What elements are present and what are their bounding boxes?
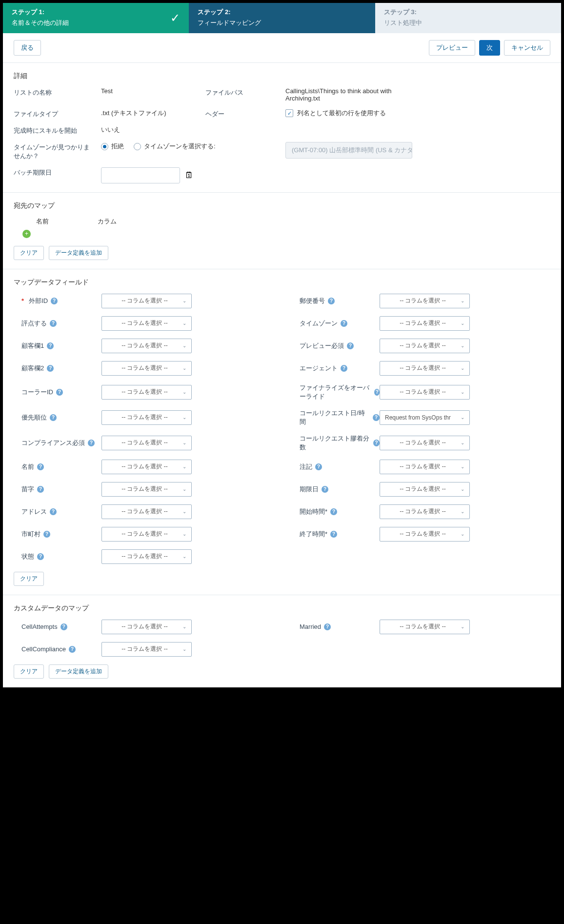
column-select[interactable]: -- コラムを選択 --⌄ bbox=[101, 504, 192, 519]
step-1[interactable]: ステップ 1: 名前＆その他の詳細 ✓ bbox=[3, 3, 189, 33]
step-2-subtitle: フィールドマッピング bbox=[198, 19, 366, 27]
list-name-label: リストの名称 bbox=[14, 87, 94, 97]
chevron-down-icon: ⌄ bbox=[182, 486, 186, 492]
map-row: 優先順位?-- コラムを選択 --⌄ bbox=[14, 409, 272, 426]
custom-add-def-button[interactable]: データ定義を追加 bbox=[49, 664, 108, 679]
map-fields-section: マップデータフィールド *外部ID?-- コラムを選択 --⌄郵便番号?-- コ… bbox=[3, 269, 561, 595]
step-3-title: ステップ 3: bbox=[384, 8, 552, 17]
cancel-button[interactable]: キャンセル bbox=[504, 40, 550, 56]
map-fields-title: マップデータフィールド bbox=[14, 278, 550, 287]
help-icon[interactable]: ? bbox=[322, 486, 328, 493]
help-icon[interactable]: ? bbox=[37, 463, 44, 470]
radio-select-tz[interactable] bbox=[134, 143, 141, 150]
help-icon[interactable]: ? bbox=[330, 531, 337, 538]
column-select[interactable]: -- コラムを選択 --⌄ bbox=[101, 482, 192, 497]
help-icon[interactable]: ? bbox=[324, 623, 331, 630]
column-select[interactable]: -- コラムを選択 --⌄ bbox=[101, 385, 192, 400]
column-select[interactable]: -- コラムを選択 --⌄ bbox=[380, 316, 470, 331]
help-icon[interactable]: ? bbox=[373, 414, 380, 421]
help-icon[interactable]: ? bbox=[51, 298, 58, 304]
column-select[interactable]: -- コラムを選択 --⌄ bbox=[101, 294, 192, 308]
help-icon[interactable]: ? bbox=[47, 365, 54, 372]
column-select[interactable]: -- コラムを選択 --⌄ bbox=[380, 527, 470, 542]
dest-add-def-button[interactable]: データ定義を追加 bbox=[49, 246, 108, 260]
help-icon[interactable]: ? bbox=[50, 320, 57, 327]
help-icon[interactable]: ? bbox=[56, 389, 63, 396]
column-select[interactable]: -- コラムを選択 --⌄ bbox=[101, 620, 192, 634]
details-section: 詳細 リストの名称 Test ファイルパス CallingLists\Thing… bbox=[3, 63, 561, 193]
column-select[interactable]: -- コラムを選択 --⌄ bbox=[101, 549, 192, 564]
column-select[interactable]: -- コラムを選択 --⌄ bbox=[101, 642, 192, 657]
add-destination-button[interactable]: + bbox=[22, 230, 31, 238]
help-icon[interactable]: ? bbox=[341, 320, 347, 327]
calendar-icon[interactable]: 🗓 bbox=[185, 170, 194, 181]
map-field-label: エージェント? bbox=[292, 364, 380, 373]
map-row: 郵便番号?-- コラムを選択 --⌄ bbox=[292, 294, 550, 308]
chevron-down-icon: ⌄ bbox=[182, 321, 186, 326]
wizard-steps: ステップ 1: 名前＆その他の詳細 ✓ ステップ 2: フィールドマッピング ス… bbox=[3, 3, 561, 33]
map-row: 顧客欄2?-- コラムを選択 --⌄ bbox=[14, 361, 272, 376]
batch-deadline-input[interactable] bbox=[101, 167, 180, 183]
help-icon[interactable]: ? bbox=[47, 342, 54, 349]
map-field-label: 郵便番号? bbox=[292, 297, 380, 305]
column-select[interactable]: -- コラムを選択 --⌄ bbox=[380, 294, 470, 308]
destination-map-title: 宛先のマップ bbox=[14, 201, 550, 210]
header-checkbox[interactable]: ✓ bbox=[285, 109, 293, 117]
column-select[interactable]: Request from SysOps thr⌄ bbox=[380, 410, 470, 425]
next-button[interactable]: 次 bbox=[479, 40, 500, 56]
column-select[interactable]: -- コラムを選択 --⌄ bbox=[101, 527, 192, 542]
help-icon[interactable]: ? bbox=[50, 508, 57, 515]
chevron-down-icon: ⌄ bbox=[461, 298, 464, 303]
column-select[interactable]: -- コラムを選択 --⌄ bbox=[380, 504, 470, 519]
chevron-down-icon: ⌄ bbox=[461, 464, 464, 469]
help-icon[interactable]: ? bbox=[69, 646, 76, 653]
map-field-label: プレビュー必須? bbox=[292, 341, 380, 350]
help-icon[interactable]: ? bbox=[37, 486, 44, 493]
step-1-title: ステップ 1: bbox=[12, 8, 180, 17]
column-select[interactable]: -- コラムを選択 --⌄ bbox=[380, 620, 470, 634]
help-icon[interactable]: ? bbox=[328, 298, 335, 304]
help-icon[interactable]: ? bbox=[330, 508, 337, 515]
step-2[interactable]: ステップ 2: フィールドマッピング bbox=[189, 3, 375, 33]
file-type-label: ファイルタイプ bbox=[14, 109, 94, 119]
help-icon[interactable]: ? bbox=[37, 553, 44, 560]
column-select[interactable]: -- コラムを選択 --⌄ bbox=[101, 339, 192, 353]
preview-button[interactable]: プレビュー bbox=[429, 40, 475, 56]
column-select[interactable]: -- コラムを選択 --⌄ bbox=[101, 410, 192, 425]
help-icon[interactable]: ? bbox=[374, 389, 380, 396]
map-field-label: 顧客欄1? bbox=[14, 341, 101, 350]
batch-deadline-label: バッチ期限日 bbox=[14, 167, 94, 177]
help-icon[interactable]: ? bbox=[315, 463, 322, 470]
column-select[interactable]: -- コラムを選択 --⌄ bbox=[101, 460, 192, 474]
column-select[interactable]: -- コラムを選択 --⌄ bbox=[380, 460, 470, 474]
tz-disabled-select: (GMT-07:00) 山岳部標準時間 (US & カナダ bbox=[285, 142, 412, 159]
help-icon[interactable]: ? bbox=[43, 531, 50, 538]
custom-clear-button[interactable]: クリア bbox=[14, 664, 44, 679]
help-icon[interactable]: ? bbox=[50, 414, 57, 421]
help-icon[interactable]: ? bbox=[347, 342, 354, 349]
help-icon[interactable]: ? bbox=[60, 623, 67, 630]
checkmark-icon: ✓ bbox=[170, 11, 180, 25]
map-row: タイムゾーン?-- コラムを選択 --⌄ bbox=[292, 316, 550, 331]
step-3[interactable]: ステップ 3: リスト処理中 bbox=[375, 3, 561, 33]
column-select[interactable]: -- コラムを選択 --⌄ bbox=[380, 385, 470, 400]
column-select[interactable]: -- コラムを選択 --⌄ bbox=[101, 361, 192, 376]
map-clear-button[interactable]: クリア bbox=[14, 572, 44, 586]
column-select[interactable]: -- コラムを選択 --⌄ bbox=[101, 436, 192, 450]
map-row: 注記?-- コラムを選択 --⌄ bbox=[292, 460, 550, 474]
chevron-down-icon: ⌄ bbox=[461, 486, 464, 492]
column-select[interactable]: -- コラムを選択 --⌄ bbox=[380, 339, 470, 353]
help-icon[interactable]: ? bbox=[88, 440, 95, 446]
radio-reject[interactable] bbox=[101, 143, 108, 150]
column-select[interactable]: -- コラムを選択 --⌄ bbox=[380, 436, 470, 450]
tz-missing-label: タイムゾーンが見つかりませんか？ bbox=[14, 142, 94, 161]
column-select[interactable]: -- コラムを選択 --⌄ bbox=[380, 361, 470, 376]
dest-clear-button[interactable]: クリア bbox=[14, 246, 44, 260]
column-select[interactable]: -- コラムを選択 --⌄ bbox=[380, 482, 470, 497]
column-select[interactable]: -- コラムを選択 --⌄ bbox=[101, 316, 192, 331]
help-icon[interactable]: ? bbox=[373, 440, 380, 446]
help-icon[interactable]: ? bbox=[341, 365, 347, 372]
chevron-down-icon: ⌄ bbox=[182, 298, 186, 303]
back-button[interactable]: 戻る bbox=[14, 40, 41, 56]
start-skill-label: 完成時にスキルを開始 bbox=[14, 125, 94, 135]
